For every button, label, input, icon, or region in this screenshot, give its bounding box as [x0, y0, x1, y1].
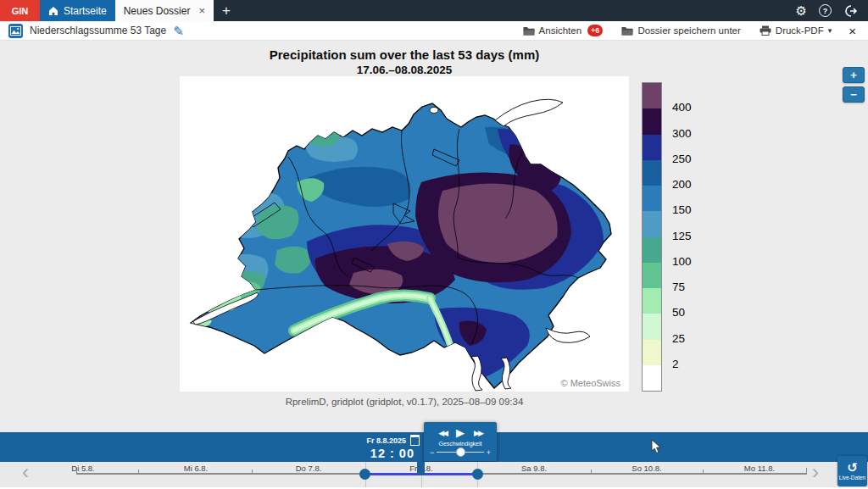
- legend-label: 250: [672, 153, 692, 166]
- legend-bar: [642, 82, 662, 392]
- speed-plus[interactable]: +: [487, 447, 491, 458]
- timeline-day-label[interactable]: So 10.8.: [632, 464, 661, 473]
- current-time: 12 : 00: [370, 447, 415, 460]
- legend-label: 100: [672, 255, 692, 269]
- logout-icon[interactable]: [843, 4, 858, 18]
- range-start-handle[interactable]: [359, 469, 370, 480]
- legend-segment: [643, 365, 661, 391]
- timeline-day-label[interactable]: Sa 9.8.: [521, 464, 547, 473]
- calendar-icon[interactable]: [410, 435, 420, 446]
- mouse-cursor: [651, 439, 662, 454]
- animation-playbar: Fr 8.8.2025 12 : 00 ◀◀ ▶ ▶▶ Geschwindigk…: [0, 432, 868, 462]
- speed-label: Geschwindigkeit: [424, 441, 497, 447]
- date-timeline[interactable]: ‹ › Di 5.8.Mi 6.8.Do 7.8.Fr 8.8.Sa 9.8.S…: [0, 462, 868, 487]
- enclave-outline: [430, 108, 438, 114]
- live-data-button[interactable]: ↺ Live-Daten: [837, 456, 867, 486]
- timeline-prev-chevron[interactable]: ‹: [22, 460, 29, 484]
- legend-label: 150: [672, 203, 692, 217]
- speed-minus[interactable]: −: [430, 447, 434, 458]
- save-dossier-button[interactable]: Dossier speichern unter: [621, 25, 740, 36]
- top-bar: GIN Startseite Neues Dossier × + ⚙ ?: [0, 0, 868, 21]
- range-end-handle[interactable]: [472, 469, 483, 480]
- legend-label: 300: [672, 127, 692, 141]
- map-content-area: Precipitation sum over the last 53 days …: [0, 41, 868, 432]
- play-button[interactable]: ▶: [456, 426, 465, 439]
- speed-slider[interactable]: − +: [430, 447, 491, 458]
- tab-startseite[interactable]: Startseite: [40, 0, 115, 21]
- playback-control-panel: ◀◀ ▶ ▶▶ Geschwindigkeit − +: [424, 422, 497, 461]
- printer-icon: [760, 25, 771, 36]
- help-icon[interactable]: ?: [819, 4, 832, 17]
- history-clock-icon: ↺: [847, 462, 858, 474]
- tab-close-icon[interactable]: ×: [198, 4, 205, 17]
- rewind-button[interactable]: ◀◀: [438, 429, 447, 437]
- legend-segment: [643, 160, 661, 186]
- views-button[interactable]: Ansichten +6: [523, 25, 604, 36]
- edit-pencil-icon[interactable]: ✎: [173, 25, 184, 37]
- chevron-down-icon: ▾: [828, 26, 832, 35]
- settings-gear-icon[interactable]: ⚙: [796, 4, 807, 17]
- map-caption: RprelimD, gridplot (gridplot, v0.1.7), 2…: [180, 397, 629, 407]
- print-pdf-label: Druck-PDF: [776, 25, 824, 36]
- topbar-icons: ⚙ ?: [796, 0, 858, 21]
- color-legend: 4003002502001501251007550252: [642, 82, 662, 392]
- gin-logo: GIN: [0, 0, 40, 21]
- current-date: Fr 8.8.2025: [366, 436, 406, 445]
- current-time-needle[interactable]: [417, 462, 425, 475]
- print-pdf-button[interactable]: Druck-PDF ▾: [760, 25, 832, 36]
- legend-segment: [643, 314, 661, 339]
- timeline-tick: [138, 470, 139, 474]
- legend-label: 2: [672, 358, 679, 371]
- zoom-in-button[interactable]: +: [843, 67, 865, 83]
- legend-segment: [643, 83, 661, 108]
- image-layer-icon: [8, 24, 23, 38]
- legend-label: 200: [672, 178, 692, 192]
- zoom-out-button[interactable]: −: [843, 86, 865, 103]
- legend-segment: [643, 135, 661, 160]
- current-datetime[interactable]: Fr 8.8.2025 12 : 00: [343, 435, 420, 460]
- legend-segment: [643, 186, 661, 211]
- timeline-day-label[interactable]: Mo 11.8.: [744, 464, 775, 473]
- save-dossier-label: Dossier speichern unter: [637, 25, 740, 36]
- close-dossier-icon[interactable]: ×: [849, 24, 856, 38]
- views-count-badge: +6: [587, 25, 603, 36]
- application-window: GIN Startseite Neues Dossier × + ⚙ ? Nie…: [0, 0, 868, 489]
- dossier-title: Niederschlagssumme 53 Tage: [30, 25, 166, 36]
- legend-segment: [643, 288, 661, 314]
- dossier-toolbar: Niederschlagssumme 53 Tage ✎ Ansichten +…: [0, 21, 868, 41]
- timeline-day-label[interactable]: Do 7.8.: [296, 464, 322, 473]
- legend-label: 400: [672, 101, 692, 114]
- home-icon: [48, 6, 58, 16]
- legend-label: 25: [672, 332, 685, 346]
- legend-segment: [643, 108, 661, 134]
- tab-startseite-label: Startseite: [64, 5, 107, 17]
- tab-neues-dossier[interactable]: Neues Dossier ×: [115, 0, 214, 21]
- tab-neues-dossier-label: Neues Dossier: [124, 5, 191, 17]
- timeline-day-label[interactable]: Mi 6.8.: [184, 464, 209, 473]
- lake-constance: [495, 99, 563, 126]
- folder-icon: [523, 26, 535, 36]
- topbar-spacer: [239, 0, 796, 21]
- timeline-tick: [591, 470, 592, 474]
- timeline-tick: [252, 470, 253, 474]
- folder-icon: [621, 26, 633, 36]
- fast-forward-button[interactable]: ▶▶: [474, 429, 482, 437]
- legend-segment: [643, 237, 661, 263]
- map-title: Precipitation sum over the last 53 days …: [180, 47, 629, 62]
- timeline-tick: [703, 470, 704, 474]
- precipitation-map[interactable]: © MeteoSwiss: [180, 76, 629, 392]
- views-label: Ansichten: [539, 25, 582, 36]
- switzerland-map-svg: [180, 76, 629, 392]
- speed-slider-thumb[interactable]: [456, 447, 465, 457]
- legend-segment: [643, 340, 661, 365]
- new-tab-button[interactable]: +: [214, 0, 239, 21]
- timeline-day-label[interactable]: Di 5.8.: [71, 464, 94, 473]
- map-title-block: Precipitation sum over the last 53 days …: [180, 47, 629, 76]
- meteoswiss-attribution: © MeteoSwiss: [561, 378, 620, 388]
- timeline-next-chevron[interactable]: ›: [812, 460, 819, 484]
- legend-label: 50: [672, 306, 685, 320]
- map-zoom-controls: + −: [843, 67, 865, 106]
- legend-segment: [643, 211, 661, 236]
- map-subtitle: 17.06.–08.08.2025: [180, 64, 629, 76]
- legend-label: 75: [672, 281, 685, 294]
